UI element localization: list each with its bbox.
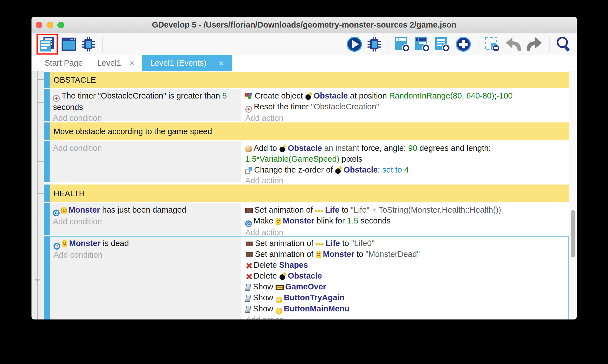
event-group-header[interactable]: HEALTH [44,185,569,202]
tab-level1[interactable]: Level1× [90,55,142,71]
action-line[interactable]: Set animation of Life to "Life" + ToStri… [245,205,566,215]
actions-column[interactable]: Set animation of Life to "Life" + ToStri… [242,203,569,235]
action-line[interactable]: Add to Obstacle an instant force, angle:… [245,143,566,164]
add-event-button[interactable] [394,36,411,53]
behavior-icon: G [245,220,252,227]
add-new-button[interactable] [454,36,473,53]
action-line[interactable]: Delete Obstacle [246,270,565,281]
event-group-header[interactable]: Move obstacle according to the game spee… [44,122,569,140]
monster-object-icon [62,240,67,247]
text-segment: force, angle: [361,144,408,153]
condition-line[interactable]: +The timer "ObstacleCreation" is greater… [53,90,237,113]
event-row[interactable]: +The timer "ObstacleCreation" is greater… [44,89,569,121]
action-line[interactable]: Delete Shapes [246,260,565,270]
add-subevent-button[interactable] [414,36,431,53]
action-line[interactable]: Set animation of Life to "Life0" [246,238,565,249]
object-reference: ButtonMainMenu [284,304,349,313]
events-sheet-button[interactable] [37,34,58,55]
play-button[interactable] [346,36,363,53]
add-comment-button[interactable] [434,36,451,53]
life-object-icon [315,209,324,213]
remove-selection-button[interactable] [484,36,501,53]
object-reference: Shapes [279,260,308,269]
add-action-button[interactable]: Add action [245,113,566,124]
object-reference: Life [325,205,340,214]
monster-object-icon [61,207,67,214]
text-segment: pixels [339,154,362,163]
scrollbar-thumb[interactable] [571,210,575,257]
text-segment: at position [348,91,389,100]
tab-close-icon[interactable]: × [219,59,224,68]
scene-editor-button[interactable] [60,36,77,52]
force-icon [245,146,252,152]
condition-line[interactable]: GMonster has just been damaged [53,205,237,216]
action-line[interactable]: Show ↺ButtonTryAgain [246,292,565,303]
event-selection-bar [44,141,50,182]
text-segment: "Life0" [351,239,374,248]
add-action-button[interactable]: Add action [246,314,565,319]
add-condition-button[interactable]: Add condition [53,113,237,124]
action-line[interactable]: Create object Obstacle at position Rando… [245,90,566,101]
tab-label: Start Page [45,58,83,68]
event-row[interactable]: GMonster has just been damagedAdd condit… [44,203,569,235]
debug-button[interactable] [366,36,383,53]
text-segment: 4 [404,165,409,174]
action-line[interactable]: Show GameOver [246,281,565,292]
text-segment: is dead [101,239,129,248]
add-condition-button[interactable]: Add condition [53,250,238,260]
text-segment: "ObstacleCreation" [311,102,379,111]
undo-button[interactable] [504,36,522,52]
action-line[interactable]: GMake Monster blink for 1.5 seconds [245,215,566,227]
text-segment: "Life" + ToString(Monster.Health::Health… [351,205,501,214]
text-segment: RandomInRange(80, 640-80) [389,91,494,100]
conditions-column[interactable]: +The timer "ObstacleCreation" is greater… [50,89,242,121]
actions-column[interactable]: Add to Obstacle an instant force, angle:… [242,141,569,182]
events-gutter [31,71,44,319]
event-group-header[interactable]: OBSTACLE [44,72,569,88]
main-menu-button-icon: ⌂ [276,308,282,314]
text-segment: The timer [62,91,98,100]
text-segment: Show [253,293,276,302]
group-title: OBSTACLE [50,72,569,88]
conditions-column[interactable]: GMonster is deadAdd condition [50,237,242,319]
tab-label: Level1 [97,58,121,68]
redo-button[interactable] [525,36,544,52]
event-row[interactable]: Add conditionAdd to Obstacle an instant … [44,141,569,182]
zoom-window-button[interactable] [57,22,64,28]
toolbar-divider [102,37,103,52]
action-line[interactable]: Set animation of Monster to "MonsterDead… [246,249,565,260]
debug-button[interactable] [80,36,97,53]
conditions-column[interactable]: GMonster has just been damagedAdd condit… [50,203,242,235]
animation-icon [246,252,253,257]
tab-level1-events-[interactable]: Level1 (Events)× [142,55,232,71]
action-line[interactable]: +Reset the timer "ObstacleCreation" [245,101,566,113]
object-reference: Monster [323,250,354,259]
text-segment: blink for [314,216,347,225]
action-line[interactable]: Show ⌂ButtonMainMenu [246,303,565,314]
add-condition-button[interactable]: Add condition [53,216,237,227]
title-bar[interactable]: GDevelop 5 - /Users/florian/Downloads/ge… [31,17,577,33]
tree-collapse-arrow[interactable] [35,279,40,282]
text-segment: is greater than [166,91,222,100]
show-layer-icon [245,284,251,291]
close-window-button[interactable] [36,22,42,28]
bomb-object-icon [335,167,342,174]
action-line[interactable]: Change the z-order of Obstacle: set to 4 [245,164,566,175]
add-condition-button[interactable]: Add condition [53,143,237,154]
text-segment [402,165,404,174]
monster-object-icon [316,251,321,258]
event-selection-bar [44,203,50,235]
toolbar-divider [388,37,388,52]
tree-tick [37,79,44,80]
search-button[interactable] [555,35,572,53]
events-sheet: OBSTACLE+The timer "ObstacleCreation" is… [31,71,577,319]
actions-column[interactable]: Set animation of Life to "Life0"Set anim… [242,237,568,319]
tab-start-page[interactable]: Start Page [37,55,90,71]
condition-line[interactable]: GMonster is dead [53,238,238,250]
object-reference: GameOver [285,282,326,291]
event-row[interactable]: GMonster is deadAdd conditionSet animati… [44,236,569,319]
actions-column[interactable]: Create object Obstacle at position Rando… [242,89,569,121]
tab-close-icon[interactable]: × [130,59,135,68]
minimize-window-button[interactable] [47,22,53,28]
conditions-column[interactable]: Add condition [50,141,242,182]
